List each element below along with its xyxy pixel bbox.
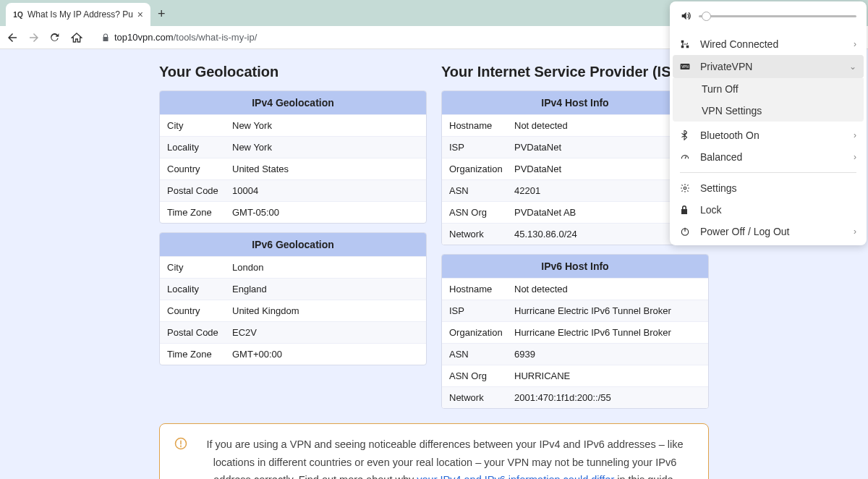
table-row: ASN OrgHURRICANE (442, 365, 708, 386)
table-header: IPv6 Geolocation (160, 233, 426, 256)
lock-icon (680, 205, 692, 215)
ipv4-host-table: IPv4 Host Info HostnameNot detected ISPP… (441, 90, 709, 245)
table-header: IPv4 Host Info (442, 91, 708, 114)
volume-control (670, 1, 867, 33)
table-header: IPv6 Host Info (442, 255, 708, 278)
power-icon (680, 226, 692, 237)
table-row: Postal Code10004 (160, 179, 426, 201)
gear-icon (680, 183, 692, 193)
reload-button[interactable] (49, 32, 64, 43)
table-row: Time ZoneGMT-05:00 (160, 201, 426, 223)
back-button[interactable] (6, 31, 20, 44)
system-menu-panel: Wired Connected › VPN PrivateVPN ⌄ Turn … (670, 1, 867, 245)
svg-rect-6 (681, 46, 684, 48)
table-row: Network45.130.86.0/24 (442, 223, 708, 245)
table-row: LocalityEngland (160, 278, 426, 300)
table-row: HostnameNot detected (442, 278, 708, 300)
menu-label: Wired Connected (700, 38, 845, 50)
url-domain: top10vpn.com (114, 32, 174, 43)
table-row: Time ZoneGMT+00:00 (160, 343, 426, 365)
menu-label: Lock (700, 204, 856, 216)
svg-point-9 (684, 187, 686, 190)
chevron-down-icon: ⌄ (849, 62, 856, 72)
slider-thumb[interactable] (702, 12, 711, 21)
table-row: CityNew York (160, 114, 426, 136)
ipv6-geo-table: IPv6 Geolocation CityLondon LocalityEngl… (159, 232, 427, 365)
bluetooth-icon (680, 130, 692, 140)
menu-label: Power Off / Log Out (700, 226, 845, 237)
vpn-settings[interactable]: VPN Settings (673, 100, 864, 122)
favicon-icon: 1Q (13, 9, 23, 20)
bluetooth-item[interactable]: Bluetooth On › (670, 124, 867, 146)
power-profile-item[interactable]: Balanced › (670, 146, 867, 168)
vpn-turn-off[interactable]: Turn Off (673, 78, 864, 100)
home-button[interactable] (71, 32, 85, 43)
forward-button (27, 31, 42, 44)
svg-text:VPN: VPN (681, 65, 689, 69)
browser-tab[interactable]: 1Q What Is My IP Address? Pu × (6, 3, 150, 26)
vpn-warning-box: If you are using a VPN and seeing notice… (159, 423, 709, 479)
vpn-icon: VPN (680, 63, 692, 70)
menu-label: Bluetooth On (700, 130, 845, 141)
table-row: ASN6939 (442, 343, 708, 365)
table-row: ISPPVDataNet (442, 136, 708, 158)
close-icon[interactable]: × (137, 9, 143, 20)
power-off-item[interactable]: Power Off / Log Out › (670, 221, 867, 242)
chevron-right-icon: › (854, 152, 856, 162)
svg-rect-4 (681, 41, 684, 43)
speaker-icon (680, 10, 692, 22)
vpn-item[interactable]: VPN PrivateVPN ⌄ (673, 55, 864, 78)
settings-item[interactable]: Settings (670, 177, 867, 199)
table-row: CityLondon (160, 256, 426, 278)
chevron-right-icon: › (854, 130, 856, 140)
table-row: OrganizationHurricane Electric IPv6 Tunn… (442, 321, 708, 343)
ipv4-geo-table: IPv4 Geolocation CityNew York LocalityNe… (159, 90, 427, 224)
arrow-left-icon (6, 31, 19, 44)
table-row: CountryUnited States (160, 158, 426, 179)
reload-icon (49, 32, 61, 43)
lock-icon (101, 33, 110, 42)
menu-label: Settings (700, 182, 856, 194)
table-row: HostnameNot detected (442, 114, 708, 136)
table-row: OrganizationPVDataNet (442, 158, 708, 179)
chevron-right-icon: › (854, 39, 856, 49)
gauge-icon (680, 152, 692, 162)
wired-network-item[interactable]: Wired Connected › (670, 33, 867, 55)
table-row: LocalityNew York (160, 136, 426, 158)
svg-rect-5 (686, 46, 689, 48)
home-icon (71, 32, 82, 43)
table-row: Postal CodeEC2V (160, 321, 426, 343)
tab-title: What Is My IP Address? Pu (27, 9, 133, 20)
ipv6-host-table: IPv6 Host Info HostnameNot detected ISPH… (441, 254, 709, 409)
lock-item[interactable]: Lock (670, 199, 867, 221)
geolocation-heading: Your Geolocation (159, 64, 427, 80)
new-tab-button[interactable]: + (158, 7, 166, 22)
table-row: Network2001:470:1f1d:200::/55 (442, 386, 708, 408)
table-row: CountryUnited Kingdom (160, 300, 426, 321)
separator (680, 172, 856, 173)
isp-heading: Your Internet Service Provider (ISP) (441, 64, 709, 80)
vpn-submenu: Turn Off VPN Settings (673, 78, 864, 122)
network-icon (680, 39, 692, 49)
warning-icon (174, 437, 187, 479)
warning-link[interactable]: your IPv4 and IPv6 information could dif… (417, 474, 614, 479)
volume-slider[interactable] (699, 15, 856, 17)
table-row: ASN42201 (442, 179, 708, 201)
url-path: /tools/what-is-my-ip/ (174, 32, 258, 43)
menu-label: Balanced (700, 151, 845, 163)
chevron-right-icon: › (854, 226, 856, 237)
menu-label: PrivateVPN (700, 61, 841, 72)
table-row: ISPHurricane Electric IPv6 Tunnel Broker (442, 300, 708, 321)
warning-text: If you are using a VPN and seeing notice… (196, 436, 694, 479)
table-header: IPv4 Geolocation (160, 91, 426, 114)
table-row: ASN OrgPVDataNet AB (442, 201, 708, 223)
arrow-right-icon (27, 31, 41, 44)
